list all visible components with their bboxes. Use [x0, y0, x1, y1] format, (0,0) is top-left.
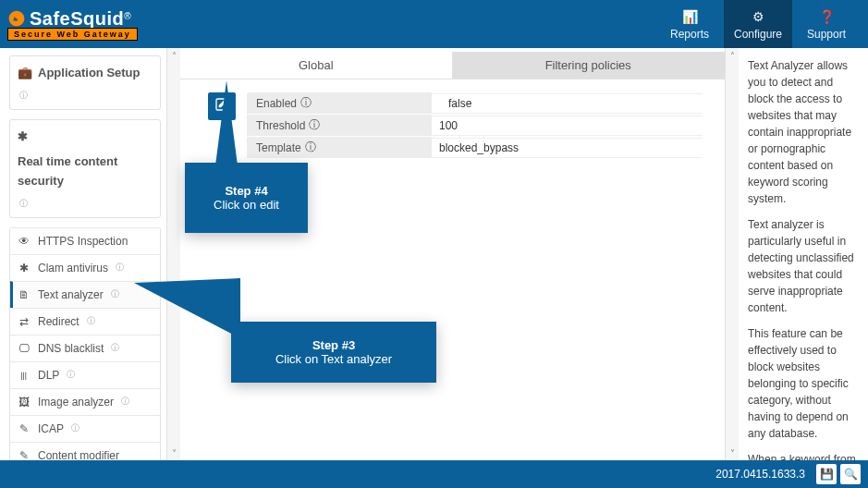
sidebar-item-label: DNS blacklist: [38, 342, 104, 355]
tab-global[interactable]: Global: [180, 52, 453, 79]
sidebar: 💼 Application Setup ⓘ ✱ Real time conten…: [0, 48, 166, 460]
doc-icon: 🗎: [18, 288, 31, 301]
tab-policies[interactable]: Filtering policies: [453, 52, 726, 79]
callout-step4: Step #4 Click on edit: [185, 163, 308, 233]
asterisk-icon: ✱: [18, 128, 28, 147]
info-icon: ⓘ: [19, 89, 28, 102]
sidebar-item-label: Text analyzer: [38, 288, 104, 301]
prop-threshold-value: 100: [432, 116, 703, 136]
scroll-down-icon[interactable]: ˅: [167, 445, 180, 460]
save-icon: 💾: [820, 468, 834, 481]
nav-configure-label: Configure: [734, 28, 782, 41]
info-icon: ⓘ: [67, 369, 75, 381]
info-icon: ⓘ: [19, 197, 28, 210]
sidebar-scrollbar[interactable]: ˄ ˅: [166, 48, 180, 460]
nav-reports[interactable]: 📊 Reports: [655, 0, 724, 48]
virus-icon: ✱: [18, 262, 31, 274]
sidebar-item-dnsbl[interactable]: 🖵DNS blacklistⓘ: [10, 335, 160, 361]
brand-tagline: Secure Web Gateway: [7, 28, 138, 41]
nav-reports-label: Reports: [670, 28, 709, 41]
help-text: This feature can be effectively used to …: [748, 325, 861, 442]
info-icon: ⓘ: [309, 117, 320, 133]
sidebar-item-label: Clam antivirus: [38, 262, 108, 274]
section-realtime[interactable]: ✱ Real time content security ⓘ: [9, 119, 161, 218]
topbar: SafeSquid® Secure Web Gateway 📊 Reports …: [0, 0, 868, 48]
info-icon: ⓘ: [121, 396, 129, 408]
tabs: Global Filtering policies: [180, 52, 725, 79]
section-app-setup-label: Application Setup: [38, 64, 141, 83]
sidebar-list: 👁HTTPS Inspection ✱Clam antivirusⓘ 🗎Text…: [9, 227, 161, 470]
info-icon: ⓘ: [300, 95, 312, 111]
sidebar-item-dlp[interactable]: ⫼DLPⓘ: [10, 361, 160, 388]
help-scrollbar[interactable]: ˄ ˅: [725, 48, 739, 460]
brand-name: SafeSquid: [30, 8, 124, 29]
icap-icon: ✎: [18, 422, 31, 435]
dlp-icon: ⫼: [18, 369, 31, 382]
info-icon: ⓘ: [116, 262, 124, 274]
sidebar-item-label: ICAP: [38, 422, 64, 435]
reports-icon: 📊: [682, 9, 698, 26]
properties-panel: Enabledⓘ false Thresholdⓘ 100 Templateⓘ …: [180, 79, 725, 172]
brand: SafeSquid® Secure Web Gateway: [7, 8, 138, 41]
sidebar-item-image[interactable]: 🖼Image analyzerⓘ: [10, 388, 160, 415]
tab-global-label: Global: [299, 58, 334, 72]
help-text: Text analyzer is particularly useful in …: [748, 216, 861, 316]
callout-sub: Click on Text analyzer: [275, 352, 392, 366]
briefcase-icon: 💼: [18, 64, 32, 83]
nav-configure[interactable]: ⚙ Configure: [724, 0, 792, 48]
brand-reg: ®: [124, 10, 130, 20]
scroll-down-icon[interactable]: ˅: [726, 445, 739, 460]
info-icon: ⓘ: [111, 288, 119, 300]
callout-title: Step #4: [225, 184, 267, 198]
dns-icon: 🖵: [18, 342, 31, 355]
prop-template-label: Template: [256, 141, 301, 154]
scroll-up-icon[interactable]: ˄: [726, 48, 739, 63]
sidebar-item-clam[interactable]: ✱Clam antivirusⓘ: [10, 254, 160, 281]
eye-icon: 👁: [18, 235, 31, 248]
callout-step3: Step #3 Click on Text analyzer: [231, 322, 436, 383]
nav-support[interactable]: ❓ Support: [792, 0, 861, 48]
center-pane: Global Filtering policies Enabledⓘ false…: [180, 48, 725, 460]
brand-icon: [7, 9, 26, 28]
sidebar-item-https[interactable]: 👁HTTPS Inspection: [10, 227, 160, 254]
redirect-icon: ⇄: [18, 315, 31, 328]
section-realtime-label: Real time content security: [18, 152, 153, 191]
info-icon: ⓘ: [87, 315, 95, 327]
sidebar-item-label: Image analyzer: [38, 396, 114, 409]
help-text: When a keyword from the list of words sp…: [748, 451, 861, 460]
prop-enabled-label: Enabled: [256, 97, 297, 110]
info-icon: ⓘ: [71, 422, 79, 434]
main: 💼 Application Setup ⓘ ✱ Real time conten…: [0, 48, 868, 460]
bottombar: 2017.0415.1633.3 💾 🔍: [0, 460, 868, 488]
help-panel: Text Analyzer allows you to detect and b…: [739, 48, 868, 460]
scroll-up-icon[interactable]: ˄: [167, 48, 180, 63]
save-button[interactable]: 💾: [816, 464, 837, 484]
help-text: Text Analyzer allows you to detect and b…: [748, 57, 861, 207]
version-label: 2017.0415.1633.3: [715, 468, 805, 481]
prop-threshold-label: Threshold: [256, 119, 305, 132]
sidebar-item-label: Redirect: [38, 315, 79, 328]
image-icon: 🖼: [18, 396, 31, 409]
info-icon: ⓘ: [305, 140, 316, 155]
search-button[interactable]: 🔍: [840, 464, 861, 484]
callout-title: Step #3: [312, 338, 355, 352]
sidebar-item-label: HTTPS Inspection: [38, 235, 128, 248]
tab-policies-label: Filtering policies: [545, 58, 631, 72]
prop-template-value: blocked_bypass: [432, 138, 703, 158]
sidebar-item-label: DLP: [38, 369, 59, 382]
search-icon: 🔍: [844, 468, 858, 481]
prop-enabled-value: false: [432, 93, 703, 114]
support-icon: ❓: [819, 9, 835, 26]
configure-icon: ⚙: [752, 9, 764, 26]
callout-sub: Click on edit: [214, 198, 279, 212]
section-app-setup[interactable]: 💼 Application Setup ⓘ: [9, 55, 161, 110]
nav-support-label: Support: [807, 28, 846, 41]
sidebar-item-icap[interactable]: ✎ICAPⓘ: [10, 415, 160, 442]
info-icon: ⓘ: [111, 342, 119, 354]
